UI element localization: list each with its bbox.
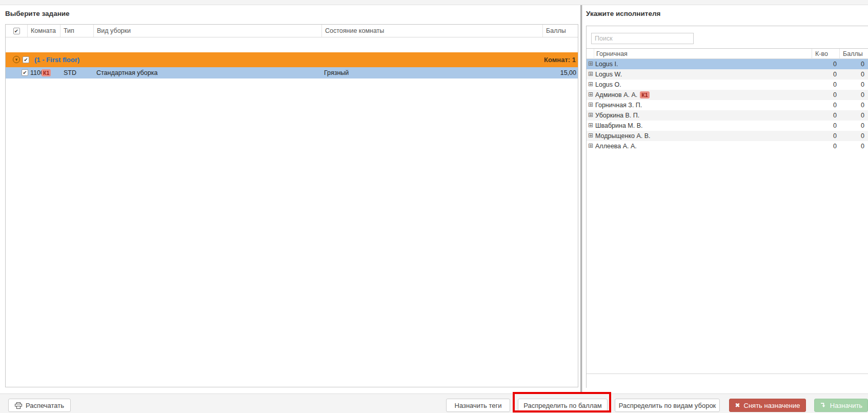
unassign-button[interactable]: ✖ Снять назначение (729, 399, 806, 412)
expand-icon[interactable]: ⊞ (588, 81, 593, 88)
maid-points: 0 (840, 112, 864, 119)
maid-count: 0 (812, 71, 837, 78)
maid-count: 0 (812, 143, 837, 150)
unassign-label: Снять назначение (744, 402, 800, 409)
floor-group-checkbox[interactable]: ✔ (23, 56, 29, 63)
column-header-room-state[interactable]: Состояние комнаты (322, 25, 543, 37)
distribute-by-points-button[interactable]: Распределить по баллам (518, 399, 608, 412)
maid-points: 0 (840, 61, 864, 68)
maid-points: 0 (840, 81, 864, 88)
maid-count: 0 (812, 112, 837, 119)
maid-row[interactable]: ⊞ Уборкина В. П. 0 0 (587, 110, 868, 121)
maid-name: Горничная З. П. (595, 102, 642, 109)
maid-count: 0 (812, 122, 837, 129)
collapse-group-icon[interactable]: ▾ (13, 56, 20, 63)
maid-points: 0 (840, 122, 864, 129)
column-header-cleaning-type[interactable]: Вид уборки (94, 25, 322, 37)
maids-table-body: ⊞ Logus I. 0 0 ⊞ Logus W. 0 0 ⊞ Logus O.… (587, 59, 868, 151)
expand-icon[interactable]: ⊞ (588, 91, 593, 98)
expand-icon[interactable]: ⊞ (588, 70, 593, 77)
room-checkbox[interactable]: ✔ (22, 69, 28, 76)
maid-points: 0 (840, 102, 864, 109)
room-row-1100[interactable]: ✔ 1100 К1 STD Стандартная уборка Грязный… (6, 67, 578, 78)
search-input[interactable] (591, 33, 694, 44)
select-all-checkbox[interactable]: ✔ (13, 28, 20, 34)
maid-row[interactable]: ⊞ Админов А. А. К1 0 0 (587, 90, 868, 100)
maid-row[interactable]: ⊞ Logus W. 0 0 (587, 69, 868, 80)
maid-count: 0 (812, 102, 837, 109)
floor-group-label: (1 - First floor) (34, 56, 79, 64)
distribute-by-cleaning-types-label: Распределить по видам уборок (619, 402, 716, 409)
distribute-by-cleaning-types-button[interactable]: Распределить по видам уборок (615, 399, 720, 412)
room-points: 15,00 (560, 69, 576, 76)
assign-tags-button[interactable]: Назначить теги (446, 399, 510, 412)
maid-name: Админов А. А. (595, 91, 637, 99)
print-button-label: Распечатать (26, 402, 64, 409)
maid-name: Швабрина М. В. (595, 122, 643, 129)
maid-row[interactable]: ⊞ Горничная З. П. 0 0 (587, 100, 868, 110)
close-icon: ✖ (735, 402, 740, 408)
column-header-maid[interactable]: Горничная (594, 49, 812, 59)
room-k1-badge: К1 (42, 69, 51, 76)
tasks-table-header: ✔ Комната Тип Вид уборки Состояние комна… (6, 25, 578, 37)
expand-icon[interactable]: ⊞ (588, 132, 593, 139)
executors-panel: Горничная К-во Баллы ⊞ Logus I. 0 0 ⊞ Lo… (586, 26, 868, 388)
maid-row[interactable]: ⊞ Logus O. 0 0 (587, 80, 868, 90)
maid-row[interactable]: ⊞ Logus I. 0 0 (587, 59, 868, 69)
expand-icon[interactable]: ⊞ (588, 101, 593, 108)
column-header-type[interactable]: Тип (60, 25, 94, 37)
maid-name: Уборкина В. П. (595, 112, 639, 119)
chevron-down-icon: ▾ (15, 57, 18, 62)
assign-button[interactable]: Назначить (814, 399, 868, 412)
printer-icon (15, 402, 22, 409)
room-type: STD (64, 69, 76, 76)
arrow-down-icon (820, 402, 826, 408)
assign-tags-label: Назначить теги (455, 402, 502, 409)
maid-points: 0 (840, 71, 864, 78)
print-button[interactable]: Распечатать (8, 399, 71, 412)
maid-name: Аллеева А. А. (595, 143, 637, 150)
top-strip (0, 0, 868, 5)
maid-count: 0 (812, 132, 837, 140)
maid-name: Logus O. (595, 81, 621, 88)
column-header-maid-points[interactable]: Баллы (840, 49, 868, 59)
maid-row[interactable]: ⊞ Модрыщенко А. В. 0 0 (587, 131, 868, 141)
distribute-by-points-label: Распределить по баллам (523, 402, 601, 409)
maid-count: 0 (812, 61, 837, 68)
expand-icon[interactable]: ⊞ (588, 122, 593, 129)
right-panel-title: Укажите исполнителя (586, 10, 660, 17)
column-header-count[interactable]: К-во (812, 49, 840, 59)
assign-label: Назначить (830, 402, 862, 409)
maid-points: 0 (840, 91, 864, 99)
expand-icon[interactable]: ⊞ (588, 142, 593, 149)
maid-name: Logus W. (595, 71, 622, 78)
maids-table-header: Горничная К-во Баллы (587, 48, 868, 59)
maid-name: Модрыщенко А. В. (595, 132, 651, 140)
column-header-points[interactable]: Баллы (543, 25, 578, 37)
floor-rooms-count: Комнат: 1 (544, 56, 576, 64)
column-header-room[interactable]: Комната (28, 25, 60, 37)
maid-count: 0 (812, 81, 837, 88)
maid-count: 0 (812, 91, 837, 99)
floor-group-row[interactable]: ▾ ✔ (1 - First floor) Комнат: 1 (6, 52, 578, 67)
room-state: Грязный (324, 69, 349, 76)
left-panel-title: Выберите задание (5, 10, 70, 17)
maid-points: 0 (840, 132, 864, 140)
maid-row[interactable]: ⊞ Аллеева А. А. 0 0 (587, 141, 868, 151)
maid-k1-badge: К1 (640, 91, 649, 99)
select-all-cell: ✔ (6, 25, 28, 37)
expand-icon[interactable]: ⊞ (588, 60, 593, 67)
maid-name: Logus I. (595, 61, 618, 68)
expand-column-header (587, 49, 594, 59)
action-bar: Распечатать Назначить теги Распределить … (0, 394, 868, 413)
maid-row[interactable]: ⊞ Швабрина М. В. 0 0 (587, 121, 868, 131)
tasks-table: ✔ Комната Тип Вид уборки Состояние комна… (5, 24, 578, 387)
panel-splitter[interactable] (580, 5, 582, 394)
room-cleaning-type: Стандартная уборка (96, 69, 157, 76)
expand-icon[interactable]: ⊞ (588, 111, 593, 119)
maid-points: 0 (840, 143, 864, 150)
maids-table-footer (587, 373, 868, 388)
